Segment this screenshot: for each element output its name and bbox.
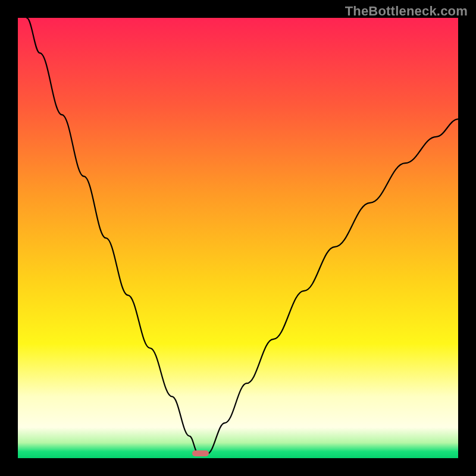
- bottleneck-marker: [192, 450, 209, 456]
- chart-frame: TheBottleneck.com: [0, 0, 476, 476]
- watermark-text: TheBottleneck.com: [345, 4, 468, 19]
- bottleneck-curve-chart: [18, 18, 458, 458]
- chart-background: [18, 18, 458, 458]
